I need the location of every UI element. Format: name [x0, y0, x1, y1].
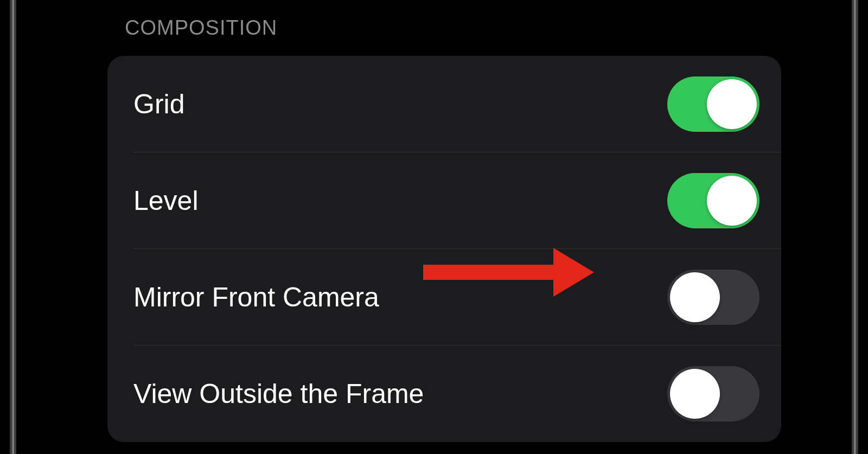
view-outside-frame-toggle[interactable] — [667, 366, 760, 421]
row-label: Level — [133, 185, 199, 216]
row-label: View Outside the Frame — [133, 378, 424, 410]
settings-row-grid: Grid — [107, 56, 781, 152]
mirror-front-camera-toggle[interactable] — [667, 270, 760, 325]
phone-bezel: COMPOSITION Grid Level Mirror Front Came… — [10, 0, 858, 454]
toggle-knob — [707, 176, 757, 226]
settings-row-mirror-front-camera: Mirror Front Camera — [107, 249, 781, 346]
toggle-knob — [670, 369, 720, 419]
section-header: COMPOSITION — [107, 16, 781, 40]
grid-toggle[interactable] — [667, 76, 760, 132]
settings-group: Grid Level Mirror Front Camera View Outs… — [107, 56, 781, 442]
settings-row-level: Level — [107, 152, 781, 249]
row-label: Mirror Front Camera — [133, 282, 379, 313]
row-label: Grid — [133, 88, 184, 120]
settings-content: COMPOSITION Grid Level Mirror Front Came… — [16, 0, 852, 442]
toggle-knob — [707, 79, 757, 129]
settings-row-view-outside-frame: View Outside the Frame — [107, 346, 781, 442]
toggle-knob — [670, 272, 720, 322]
level-toggle[interactable] — [667, 173, 760, 228]
